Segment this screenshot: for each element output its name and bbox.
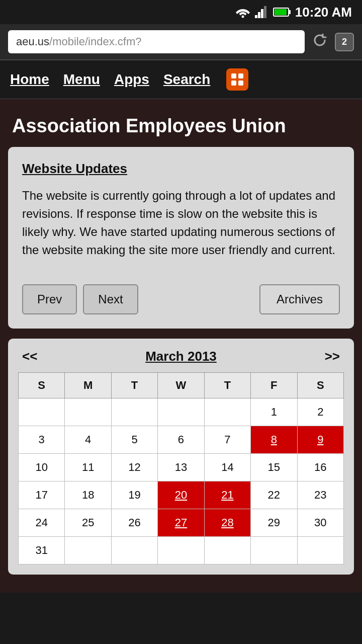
nav-home[interactable]: Home: [10, 71, 49, 88]
calendar-cell: [111, 537, 157, 565]
calendar-cell: [19, 398, 65, 426]
url-gray: /mobile/index.cfm?: [49, 35, 141, 48]
table-row: 10111213141516: [19, 454, 344, 481]
calendar-cell[interactable]: 14: [204, 454, 250, 481]
table-row: 24252627282930: [19, 509, 344, 537]
archives-button[interactable]: Archives: [259, 284, 340, 314]
main-content: Association Employees Union Website Upda…: [0, 99, 362, 593]
svg-rect-4: [264, 6, 266, 18]
calendar-header: << March 2013 >>: [18, 349, 344, 364]
nav-apps[interactable]: Apps: [114, 71, 149, 88]
calendar-cell[interactable]: 27: [158, 509, 204, 537]
browser-bar: aeu.us/mobile/index.cfm? 2: [0, 24, 362, 60]
prev-next-group: Prev Next: [22, 284, 138, 314]
next-button[interactable]: Next: [83, 284, 138, 314]
calendar-cell: [204, 398, 250, 426]
app-grid-icon[interactable]: [226, 68, 248, 91]
status-bar: 10:20 AM: [0, 0, 362, 24]
calendar-cell: [65, 537, 111, 565]
calendar-cell[interactable]: 22: [251, 481, 297, 509]
table-row: 17181920212223: [19, 481, 344, 509]
prev-button[interactable]: Prev: [22, 284, 77, 314]
nav-menu[interactable]: Menu: [63, 71, 100, 88]
calendar-cell[interactable]: 26: [111, 509, 157, 537]
calendar-cell[interactable]: 2: [297, 398, 343, 426]
calendar-cell[interactable]: 16: [297, 454, 343, 481]
calendar-month-year: March 2013: [145, 349, 217, 364]
calendar-cell: [158, 398, 204, 426]
battery-icon: [273, 7, 291, 18]
signal-icon: [255, 6, 269, 18]
calendar-table: S M T W T F S 12345678910111213141516171…: [18, 372, 344, 565]
status-icons: 10:20 AM: [235, 5, 352, 20]
article-body: The website is currently going through a…: [22, 187, 340, 259]
col-sat: S: [297, 373, 343, 398]
calendar-cell[interactable]: 18: [65, 481, 111, 509]
col-fri: F: [251, 373, 297, 398]
table-row: 3456789: [19, 426, 344, 454]
article-nav-buttons: Prev Next Archives: [22, 279, 340, 314]
url-bar[interactable]: aeu.us/mobile/index.cfm?: [8, 30, 305, 53]
calendar-cell[interactable]: 20: [158, 481, 204, 509]
calendar-cell[interactable]: 31: [19, 537, 65, 565]
page-title: Association Employees Union: [8, 107, 354, 147]
calendar-cell[interactable]: 24: [19, 509, 65, 537]
calendar-card: << March 2013 >> S M T W T F S 123456789…: [8, 339, 354, 575]
calendar-cell[interactable]: 8: [251, 426, 297, 454]
calendar-next[interactable]: >>: [325, 349, 340, 364]
calendar-cell: [111, 398, 157, 426]
col-wed: W: [158, 373, 204, 398]
calendar-cell[interactable]: 15: [251, 454, 297, 481]
calendar-cell[interactable]: 13: [158, 454, 204, 481]
svg-rect-6: [275, 9, 287, 15]
calendar-cell: [297, 537, 343, 565]
calendar-cell[interactable]: 19: [111, 481, 157, 509]
calendar-cell[interactable]: 25: [65, 509, 111, 537]
nav-search[interactable]: Search: [163, 71, 210, 88]
nav-bar: Home Menu Apps Search: [0, 60, 362, 99]
calendar-cell: [251, 537, 297, 565]
reload-button[interactable]: [311, 31, 329, 53]
status-time: 10:20 AM: [295, 5, 352, 20]
calendar-cell: [65, 398, 111, 426]
calendar-header-row: S M T W T F S: [19, 373, 344, 398]
calendar-cell: [158, 537, 204, 565]
svg-rect-2: [258, 12, 260, 18]
calendar-cell[interactable]: 3: [19, 426, 65, 454]
calendar-cell[interactable]: 1: [251, 398, 297, 426]
calendar-cell[interactable]: 4: [65, 426, 111, 454]
tabs-button[interactable]: 2: [335, 33, 354, 51]
calendar-cell[interactable]: 9: [297, 426, 343, 454]
table-row: 31: [19, 537, 344, 565]
calendar-cell[interactable]: 7: [204, 426, 250, 454]
article-title: Website Updates: [22, 161, 340, 177]
calendar-cell[interactable]: 11: [65, 454, 111, 481]
calendar-cell[interactable]: 28: [204, 509, 250, 537]
col-mon: M: [65, 373, 111, 398]
calendar-cell[interactable]: 21: [204, 481, 250, 509]
calendar-cell[interactable]: 6: [158, 426, 204, 454]
col-tue: T: [111, 373, 157, 398]
col-sun: S: [19, 373, 65, 398]
table-row: 12: [19, 398, 344, 426]
calendar-cell[interactable]: 23: [297, 481, 343, 509]
calendar-cell: [204, 537, 250, 565]
wifi-icon: [235, 6, 251, 18]
calendar-cell[interactable]: 5: [111, 426, 157, 454]
svg-rect-1: [255, 15, 257, 18]
calendar-prev[interactable]: <<: [22, 349, 37, 364]
col-thu: T: [204, 373, 250, 398]
calendar-cell[interactable]: 12: [111, 454, 157, 481]
article-card: Website Updates The website is currently…: [8, 147, 354, 329]
svg-rect-3: [261, 9, 263, 18]
calendar-cell[interactable]: 17: [19, 481, 65, 509]
svg-rect-7: [289, 10, 291, 14]
calendar-cell[interactable]: 30: [297, 509, 343, 537]
calendar-cell[interactable]: 10: [19, 454, 65, 481]
calendar-cell[interactable]: 29: [251, 509, 297, 537]
url-black: aeu.us: [16, 35, 49, 48]
svg-point-0: [241, 16, 244, 18]
